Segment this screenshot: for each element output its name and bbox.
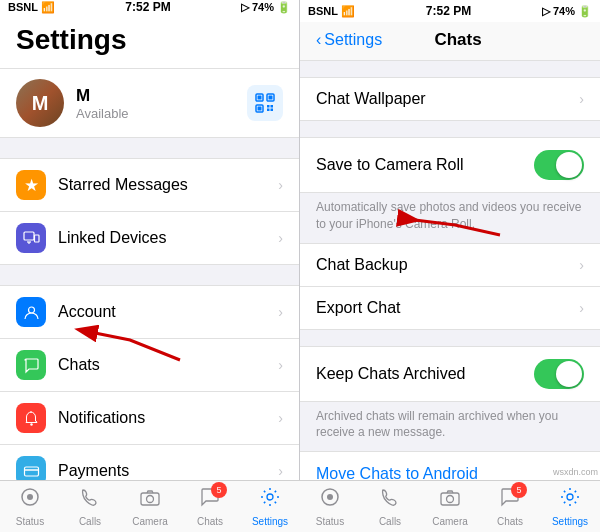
r-tab-calls-label: Calls — [379, 516, 401, 527]
back-label: Settings — [324, 31, 382, 49]
account-icon — [16, 297, 46, 327]
right-location-icon: ▷ — [542, 5, 550, 18]
svg-rect-6 — [267, 105, 270, 108]
camera-icon — [139, 486, 161, 514]
svg-rect-11 — [34, 235, 39, 242]
back-chevron-icon: ‹ — [316, 31, 321, 49]
page-title: Settings — [16, 24, 283, 56]
keep-archived-toggle[interactable] — [534, 359, 584, 389]
settings-tab-icon — [259, 486, 281, 514]
left-battery-icon: 🔋 — [277, 1, 291, 14]
right-wifi-icon: 📶 — [341, 5, 355, 18]
profile-name: M — [76, 86, 247, 106]
svg-rect-16 — [24, 467, 38, 476]
page-nav-title: Chats — [382, 30, 534, 50]
r-camera-icon — [439, 486, 461, 514]
settings-header: Settings — [0, 14, 299, 68]
svg-rect-7 — [271, 105, 274, 108]
chats-tab-icon: 5 — [199, 486, 221, 514]
svg-point-26 — [327, 494, 333, 500]
tab-camera-label: Camera — [132, 516, 168, 527]
camera-roll-row[interactable]: Save to Camera Roll — [300, 138, 600, 192]
status-icon — [19, 486, 41, 514]
qr-button[interactable] — [247, 85, 283, 121]
r-chats-tab-icon: 5 — [499, 486, 521, 514]
svg-rect-21 — [141, 493, 159, 505]
linked-devices-row[interactable]: Linked Devices › — [0, 212, 299, 264]
chats-row[interactable]: Chats › — [0, 339, 299, 392]
svg-rect-3 — [269, 96, 273, 100]
right-content: Chat Wallpaper › Save to Camera Roll Aut… — [300, 61, 600, 532]
backup-section: Chat Backup › Export Chat › — [300, 243, 600, 330]
star-icon: ★ — [16, 170, 46, 200]
chevron-icon: › — [278, 304, 283, 320]
r-tab-chats[interactable]: 5 Chats — [480, 486, 540, 527]
tab-chats[interactable]: 5 Chats — [180, 486, 240, 527]
chevron-icon: › — [278, 357, 283, 373]
right-carrier: BSNL — [308, 5, 338, 17]
starred-label: Starred Messages — [58, 176, 278, 194]
keep-archived-row[interactable]: Keep Chats Archived — [300, 347, 600, 401]
chevron-icon: › — [278, 410, 283, 426]
wallpaper-row[interactable]: Chat Wallpaper › — [300, 78, 600, 120]
avatar: M — [16, 79, 64, 127]
notifications-row[interactable]: Notifications › — [0, 392, 299, 445]
right-tab-bar: Status Calls Camera 5 Chats Settings — [300, 480, 600, 532]
menu-section-1: ★ Starred Messages › Linked Devices › — [0, 158, 299, 265]
tab-settings[interactable]: Settings — [240, 486, 300, 527]
left-panel: BSNL 📶 7:52 PM ▷ 74% 🔋 Settings M M Avai… — [0, 0, 300, 532]
linked-label: Linked Devices — [58, 229, 278, 247]
r-tab-settings[interactable]: Settings — [540, 486, 600, 527]
r-tab-camera[interactable]: Camera — [420, 486, 480, 527]
svg-rect-5 — [258, 107, 262, 111]
right-battery-icon: 🔋 — [578, 5, 592, 18]
backup-label: Chat Backup — [316, 256, 579, 274]
tab-status[interactable]: Status — [0, 486, 60, 527]
tab-calls[interactable]: Calls — [60, 486, 120, 527]
account-row[interactable]: Account › — [0, 286, 299, 339]
left-carrier: BSNL — [8, 1, 38, 13]
camera-roll-label: Save to Camera Roll — [316, 156, 534, 174]
right-time: 7:52 PM — [426, 4, 471, 18]
tab-status-label: Status — [16, 516, 44, 527]
r-tab-calls[interactable]: Calls — [360, 486, 420, 527]
svg-rect-8 — [267, 109, 270, 112]
r-chats-badge: 5 — [511, 482, 527, 498]
r-tab-chats-label: Chats — [497, 516, 523, 527]
wallpaper-section: Chat Wallpaper › — [300, 77, 600, 121]
keep-archived-label: Keep Chats Archived — [316, 365, 534, 383]
keep-archived-description: Archived chats will remain archived when… — [300, 402, 600, 452]
r-calls-icon — [379, 486, 401, 514]
chats-label: Chats — [58, 356, 278, 374]
r-settings-tab-icon — [559, 486, 581, 514]
toggle-knob — [556, 152, 582, 178]
svg-point-20 — [27, 494, 33, 500]
svg-point-29 — [567, 494, 573, 500]
chevron-icon: › — [579, 257, 584, 273]
profile-row[interactable]: M M Available — [0, 68, 299, 138]
r-tab-camera-label: Camera — [432, 516, 468, 527]
export-row[interactable]: Export Chat › — [300, 287, 600, 329]
notif-icon — [16, 403, 46, 433]
right-battery: 74% — [553, 5, 575, 17]
tab-calls-label: Calls — [79, 516, 101, 527]
chevron-icon: › — [278, 230, 283, 246]
backup-row[interactable]: Chat Backup › — [300, 244, 600, 287]
starred-messages-row[interactable]: ★ Starred Messages › — [0, 159, 299, 212]
svg-point-14 — [28, 307, 34, 313]
svg-point-15 — [30, 423, 32, 425]
tab-camera[interactable]: Camera — [120, 486, 180, 527]
toggle-knob — [556, 361, 582, 387]
right-nav-bar: ‹ Settings Chats — [300, 22, 600, 61]
r-tab-status[interactable]: Status — [300, 486, 360, 527]
camera-roll-toggle[interactable] — [534, 150, 584, 180]
svg-rect-27 — [441, 493, 459, 505]
chevron-icon: › — [278, 177, 283, 193]
svg-point-23 — [267, 494, 273, 500]
back-button[interactable]: ‹ Settings — [316, 31, 382, 49]
chats-icon — [16, 350, 46, 380]
account-label: Account — [58, 303, 278, 321]
profile-status: Available — [76, 106, 247, 121]
chevron-icon: › — [579, 91, 584, 107]
camera-roll-description: Automatically save photos and videos you… — [300, 193, 600, 243]
